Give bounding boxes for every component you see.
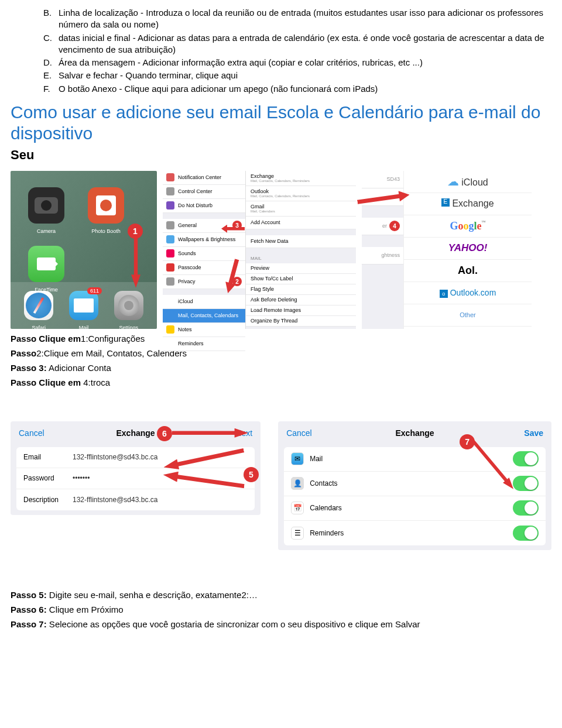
step-post: Configurações (88, 334, 145, 344)
step-line: Passo Clique em 4:troca (11, 377, 551, 387)
screenshot-settings: Notification CenterControl CenterDo Not … (163, 171, 356, 329)
settings-detail: ExchangeMail, Contacts, Calendars, Remin… (246, 171, 356, 329)
field-value: 132-fflintstone@sd43.bc.ca (73, 496, 157, 504)
mail-setting-row: Ask Before Deleting (246, 295, 356, 305)
provider-google: Google™ (404, 215, 532, 238)
field-value: 132-fflintstone@sd43.bc.ca (73, 453, 157, 461)
screenshots-row-1: Camera Photo Booth FaceTime Safari 611Ma… (11, 171, 551, 329)
instruction-item: B.Linha de localização - Introduza o loc… (43, 7, 551, 31)
form-row: Password••••••• (16, 468, 255, 489)
field-label: Description (23, 496, 73, 504)
service-icon: ☰ (291, 527, 304, 540)
mail-setting-row: Show To/Cc Label (246, 274, 356, 284)
marker-5: 5 (244, 467, 259, 482)
field-value: ••••••• (73, 474, 90, 482)
settings-row-label: Do Not Disturb (178, 202, 213, 208)
settings-row: Reminders (163, 337, 245, 351)
instruction-item: C.datas inicial e final - Adicionar as d… (43, 32, 551, 56)
screenshots-row-2: Cancel Exchange Next Email132-fflintston… (11, 421, 551, 550)
providers-list: iCloud Exchange Google™ YAHOO! Aol. oOut… (404, 171, 532, 329)
settings-row-icon (166, 249, 174, 257)
settings-row-label: Control Center (178, 188, 213, 194)
steps-1: Passo Clique em1:ConfiguraçõesPasso2:Cli… (11, 334, 551, 387)
marker-7: 7 (460, 434, 475, 449)
field-label: Email (23, 453, 73, 461)
mail-setting-row: Preview (246, 263, 356, 274)
section-subtitle: Seu (11, 147, 551, 163)
provider-icloud: iCloud (404, 171, 532, 193)
account-row: ExchangeMail, Contacts, Calendars, Remin… (246, 171, 356, 186)
step-post: troca (91, 377, 110, 387)
service-icon: 👤 (291, 477, 304, 490)
settings-row-label: Passcode (178, 265, 201, 270)
mail-setting-row: Organize By Thread (246, 316, 356, 327)
settings-app-icon: Settings (114, 291, 143, 320)
form-row: Description132-fflintstone@sd43.bc.ca (16, 489, 255, 510)
settings-row-icon (166, 201, 174, 210)
save-button: Save (524, 428, 543, 438)
step-post: Digite seu e-mail, senha e descrição, ex… (47, 590, 258, 600)
service-label: Reminders (310, 529, 344, 537)
step-bold: Passo 7: (11, 619, 47, 629)
marker-1: 1 (128, 224, 143, 239)
settings-row-icon (166, 277, 174, 286)
settings-row-icon (166, 263, 174, 272)
settings-row-icon (166, 311, 174, 320)
step-line: Passo 7: Selecione as opções que você go… (11, 619, 551, 629)
section-title: Como usar e adicione seu email Escola e … (11, 102, 551, 144)
settings-row-icon (166, 187, 174, 195)
dialog-title-2: Exchange (278, 428, 551, 438)
step-bold: Passo 6: (11, 605, 47, 614)
settings-row-label: General (178, 222, 197, 228)
safari-label: Safari (24, 325, 53, 329)
mail-setting-row: Load Remote Images (246, 305, 356, 316)
camera-app-icon: Camera (28, 187, 64, 224)
step-bold: Passo 5: (11, 590, 47, 600)
settings-row: Control Center (163, 185, 245, 199)
list-text: Linha de localização - Introduza o local… (59, 7, 551, 31)
facetime-app-icon: FaceTime (28, 246, 64, 282)
marker-4: 4 (389, 221, 400, 231)
settings-row-label: Notes (178, 327, 192, 332)
account-sub: Mail, Contacts, Calendars, Reminders (251, 179, 310, 183)
fetch-row: Fetch New Data (246, 235, 356, 248)
list-text: Salvar e fechar - Quando terminar, cliqu… (59, 70, 551, 81)
step-post: Selecione as opções que você gostaria de… (47, 619, 420, 629)
mail-header: MAIL (246, 254, 356, 263)
account-sub: Mail, Contacts, Calendars, Reminders (251, 194, 310, 198)
settings-row-label: Sounds (178, 250, 196, 256)
sliver-text: SD43 (386, 176, 400, 182)
sliver-text: ghtness (381, 252, 400, 258)
sliver-text: er (382, 223, 387, 229)
settings-row-label: Mail, Contacts, Calendars (178, 313, 238, 318)
service-label: Contacts (310, 479, 337, 487)
settings-sidebar: Notification CenterControl CenterDo Not … (163, 171, 246, 329)
step-line: Passo 3: Adicionar Conta (11, 363, 551, 373)
provider-other: Other (404, 304, 532, 327)
list-marker: D. (43, 57, 59, 68)
account-title: Add Account (251, 219, 280, 225)
settings-row-icon (166, 235, 174, 243)
cancel-button-2: Cancel (286, 428, 312, 438)
step-bold: Passo Clique em (11, 334, 81, 344)
account-sub: Mail, Calendars (251, 210, 275, 213)
settings-row: Notification Center (163, 171, 245, 185)
mail-setting-row: Flag Style (246, 284, 356, 295)
provider-exchange: Exchange (404, 193, 532, 215)
step-line: Passo2:Clique em Mail, Contatos, Calende… (11, 348, 551, 358)
toggle-switch-icon (513, 526, 539, 541)
camera-label: Camera (28, 228, 64, 234)
screenshot-exchange-login: Cancel Exchange Next Email132-fflintston… (11, 421, 261, 515)
field-label: Password (23, 474, 73, 482)
service-label: Calendars (310, 504, 342, 512)
settings-row-icon (166, 173, 174, 181)
settings-row: Wallpapers & Brightness (163, 233, 245, 247)
marker-6: 6 (157, 426, 172, 441)
list-marker: B. (43, 7, 59, 31)
account-title: Exchange (251, 173, 274, 179)
cancel-button: Cancel (19, 428, 44, 438)
marker-2: 2 (232, 277, 242, 286)
step-bold: Passo 3: (11, 363, 47, 373)
list-text: O botão Anexo - Clique aqui para adicion… (59, 83, 551, 95)
settings-row-icon (166, 221, 174, 229)
